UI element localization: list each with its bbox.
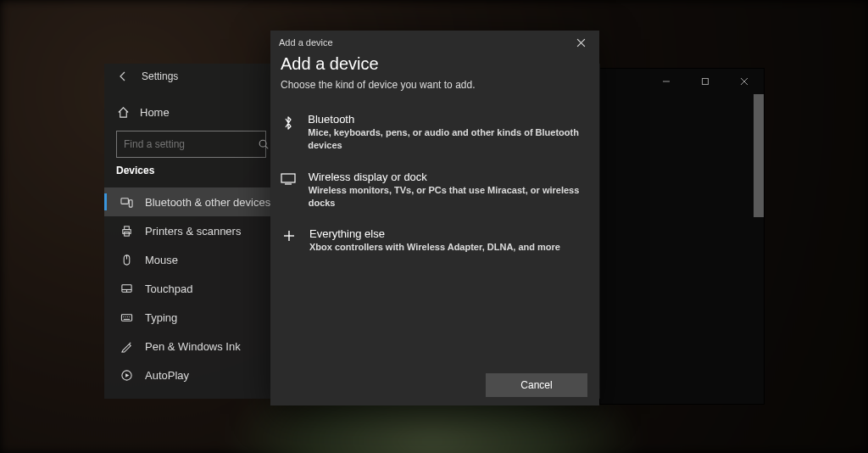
- dialog-heading: Add a device: [270, 54, 599, 79]
- dialog-titlebar-label: Add a device: [279, 37, 333, 48]
- svg-line-5: [265, 146, 268, 148]
- printer-icon: [120, 225, 133, 238]
- nav-group-header: Devices: [116, 165, 154, 176]
- svg-rect-7: [129, 199, 132, 206]
- device-option-desc: Xbox controllers with Wireless Adapter, …: [309, 241, 560, 254]
- dialog-titlebar: Add a device: [270, 31, 599, 54]
- nav-item-typing[interactable]: Typing: [104, 303, 274, 332]
- device-option-desc: Mice, keyboards, pens, or audio and othe…: [308, 126, 589, 152]
- touchpad-icon: [120, 282, 133, 295]
- nav-item-label: Typing: [145, 311, 177, 324]
- nav-item-label: Bluetooth & other devices: [145, 196, 270, 209]
- maximize-button[interactable]: [686, 69, 725, 94]
- device-option-bluetooth[interactable]: Bluetooth Mice, keyboards, pens, or audi…: [270, 106, 599, 164]
- bluetooth-icon: [281, 113, 296, 131]
- device-option-title: Wireless display or dock: [309, 171, 589, 183]
- nav-item-label: Pen & Windows Ink: [145, 340, 241, 353]
- nav-item-label: Mouse: [145, 254, 178, 266]
- nav-item-mouse[interactable]: Mouse: [104, 245, 274, 274]
- svg-point-18: [123, 316, 124, 317]
- nav-item-bluetooth-other-devices[interactable]: Bluetooth & other devices: [104, 187, 274, 216]
- home-icon: [116, 106, 130, 119]
- nav-item-printers-scanners[interactable]: Printers & scanners: [104, 216, 274, 245]
- device-option-desc: Wireless monitors, TVs, or PCs that use …: [309, 184, 589, 210]
- nav-item-label: AutoPlay: [145, 369, 189, 382]
- settings-nav: Bluetooth & other devices Printers & sca…: [104, 187, 274, 389]
- scrollbar-thumb[interactable]: [754, 94, 764, 217]
- dialog-subtitle: Choose the kind of device you want to ad…: [270, 79, 599, 106]
- nav-item-label: Touchpad: [145, 282, 192, 295]
- svg-rect-6: [120, 198, 127, 204]
- svg-point-20: [126, 316, 127, 317]
- settings-search[interactable]: [116, 131, 266, 158]
- bluetooth-devices-icon: [120, 196, 133, 209]
- svg-rect-25: [281, 174, 295, 182]
- nav-item-pen-windows-ink[interactable]: Pen & Windows Ink: [104, 332, 274, 361]
- device-option-wireless-display[interactable]: Wireless display or dock Wireless monito…: [270, 164, 599, 221]
- pen-icon: [120, 340, 133, 353]
- svg-point-4: [259, 140, 266, 147]
- display-icon: [281, 171, 297, 186]
- keyboard-icon: [120, 311, 133, 324]
- search-input[interactable]: [117, 138, 258, 150]
- add-device-dialog: Add a device Add a device Choose the kin…: [270, 31, 599, 405]
- device-option-title: Everything else: [309, 227, 560, 240]
- minimize-button[interactable]: [647, 69, 686, 94]
- nav-item-label: Printers & scanners: [145, 225, 241, 238]
- home-link[interactable]: Home: [116, 106, 170, 119]
- background-window-titlebar: [600, 69, 764, 94]
- autoplay-icon: [120, 369, 133, 382]
- close-button[interactable]: [725, 69, 764, 94]
- device-option-everything-else[interactable]: Everything else Xbox controllers with Wi…: [270, 221, 599, 266]
- nav-item-touchpad[interactable]: Touchpad: [104, 274, 274, 303]
- plus-icon: [281, 227, 298, 243]
- dialog-close-button[interactable]: [562, 31, 599, 54]
- home-label: Home: [140, 106, 170, 119]
- svg-point-19: [125, 316, 125, 317]
- background-window: [599, 68, 765, 405]
- mouse-icon: [120, 254, 133, 266]
- svg-point-21: [129, 316, 130, 317]
- svg-rect-1: [703, 79, 709, 85]
- search-icon: [258, 138, 270, 150]
- cancel-button[interactable]: Cancel: [486, 373, 587, 397]
- nav-item-autoplay[interactable]: AutoPlay: [104, 361, 274, 389]
- back-button[interactable]: [104, 64, 142, 89]
- svg-rect-9: [124, 226, 129, 229]
- device-option-title: Bluetooth: [308, 113, 589, 126]
- svg-rect-16: [121, 314, 131, 321]
- settings-title-label: Settings: [142, 70, 178, 82]
